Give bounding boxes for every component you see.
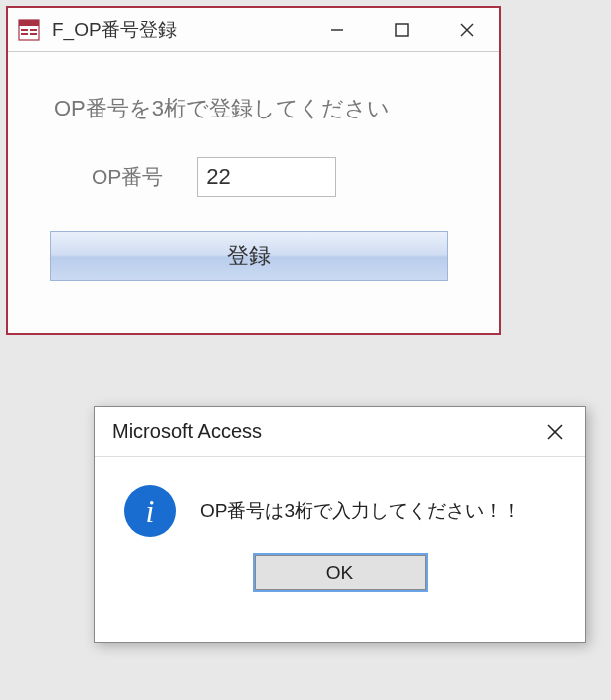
message-dialog: Microsoft Access i OP番号は3桁で入力してください！！ OK [94, 406, 586, 643]
form-instruction: OP番号を3桁で登録してください [54, 94, 475, 123]
register-button[interactable]: 登録 [50, 231, 448, 281]
op-number-label: OP番号 [92, 163, 163, 191]
svg-rect-3 [30, 29, 37, 31]
dialog-title: Microsoft Access [112, 420, 525, 443]
dialog-close-button[interactable] [525, 407, 585, 456]
op-number-row: OP番号 [92, 157, 475, 197]
info-icon: i [124, 485, 176, 537]
svg-rect-1 [19, 20, 39, 26]
minimize-button[interactable] [305, 8, 369, 51]
form-titlebar: F_OP番号登録 [8, 8, 499, 52]
svg-rect-4 [21, 33, 28, 35]
svg-rect-5 [30, 33, 37, 35]
svg-rect-2 [21, 29, 28, 31]
op-register-form-window: F_OP番号登録 OP番号を3桁で登録してください OP番号 登録 [6, 6, 501, 335]
close-button[interactable] [434, 8, 499, 51]
maximize-button[interactable] [369, 8, 434, 51]
form-title: F_OP番号登録 [52, 17, 305, 43]
dialog-footer: OK [95, 555, 585, 610]
dialog-titlebar: Microsoft Access [95, 407, 585, 457]
dialog-body: i OP番号は3桁で入力してください！！ [95, 457, 585, 555]
svg-rect-7 [396, 24, 408, 36]
form-body: OP番号を3桁で登録してください OP番号 登録 [8, 52, 499, 301]
ok-button[interactable]: OK [255, 555, 426, 590]
dialog-message: OP番号は3桁で入力してください！！ [200, 498, 521, 524]
window-controls [305, 8, 499, 51]
op-number-input[interactable] [197, 157, 336, 197]
access-form-icon [18, 19, 40, 41]
